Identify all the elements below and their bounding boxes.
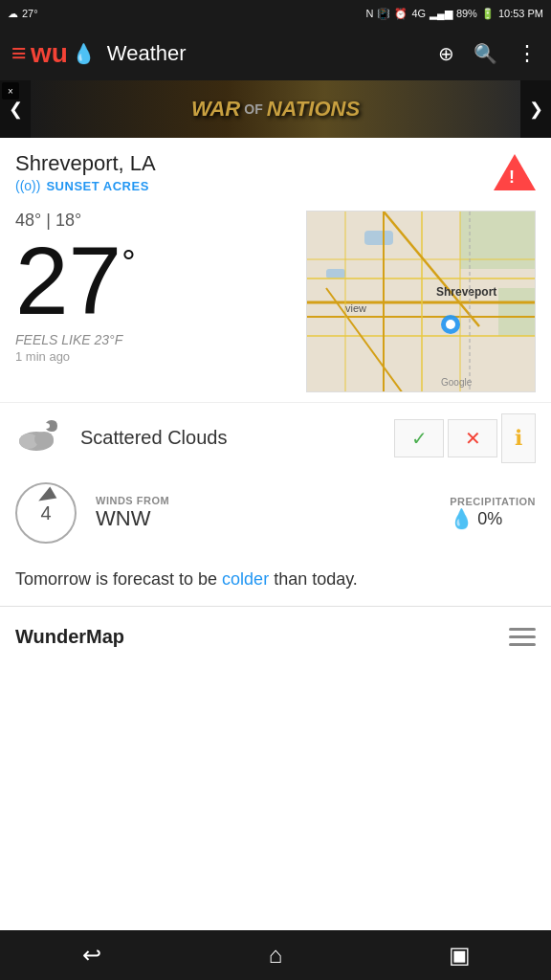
precip-percent: 0% (477, 509, 502, 529)
back-icon: ↩ (82, 942, 101, 969)
location-section: Shreveport, LA ((o)) SUNSET ACRES (0, 138, 551, 201)
wind-precip-row: 4 WINDS FROM WNW PRECIPITATION 💧 0% (0, 473, 551, 553)
svg-point-24 (34, 432, 54, 447)
condition-text: Scattered Clouds (80, 427, 381, 449)
condition-confirm-button[interactable]: ✓ (394, 419, 444, 457)
search-icon[interactable]: 🔍 (474, 42, 497, 65)
signal-bars: ▂▄▆ (430, 8, 452, 20)
pws-signal-icon: ((o)) (15, 178, 40, 193)
wind-label: WINDS FROM (96, 495, 430, 506)
feels-like: FEELS LIKE 23°F (15, 332, 297, 347)
recents-button[interactable]: ▣ (430, 930, 488, 980)
info-icon: ℹ (515, 426, 522, 451)
current-temperature: 27 (15, 233, 121, 328)
svg-rect-4 (326, 269, 345, 278)
weather-left: 48° | 18° 27 ° FEELS LIKE 23°F 1 min ago (15, 211, 297, 364)
home-button[interactable]: ⌂ (247, 930, 304, 980)
forecast-text-end: than today. (269, 569, 358, 589)
svg-text:view: view (345, 302, 366, 314)
ad-text-war: WAR (191, 97, 240, 122)
hamburger-menu-icon[interactable] (509, 628, 536, 646)
svg-text:Google: Google (441, 377, 473, 388)
alarm-icon: ⏰ (394, 8, 408, 20)
status-bar: ☁ 27° N 📳 ⏰ 4G ▂▄▆ 89% 🔋 10:53 PM (0, 0, 551, 27)
updated-time: 1 min ago (15, 349, 297, 364)
weather-alert-button[interactable] (494, 151, 536, 193)
ad-text-of: OF (244, 101, 262, 117)
status-temp: 27° (22, 8, 38, 19)
forecast-text-start: Tomorrow is forecast to be (15, 569, 222, 589)
status-left: ☁ 27° (8, 8, 38, 20)
status-right: N 📳 ⏰ 4G ▂▄▆ 89% 🔋 10:53 PM (365, 8, 543, 20)
location-info: Shreveport, LA ((o)) SUNSET ACRES (15, 151, 156, 193)
ad-content: WAR OF NATIONS (31, 80, 520, 138)
app-title: Weather (107, 41, 427, 66)
app-bar: ≡ wu 💧 Weather ⊕ 🔍 ⋮ (0, 27, 551, 80)
wind-arrow-icon (35, 486, 57, 506)
chevron-right-icon: ❯ (529, 99, 543, 120)
close-icon: × (8, 86, 13, 97)
feels-like-value: 23°F (94, 332, 122, 347)
condition-actions: ✓ ✕ ℹ (394, 413, 536, 463)
scattered-clouds-icon (15, 412, 67, 455)
condition-deny-button[interactable]: ✕ (448, 419, 497, 457)
wu-drop-icon: 💧 (72, 42, 96, 65)
wundermap-section[interactable]: WunderMap (0, 611, 551, 663)
more-options-icon[interactable]: ⋮ (517, 41, 540, 66)
ad-close-button[interactable]: × (2, 82, 19, 100)
forecast-message: Tomorrow is forecast to be colder than t… (0, 553, 551, 602)
alert-triangle-icon (494, 154, 536, 190)
bottom-nav: ↩ ⌂ ▣ (0, 930, 551, 980)
condition-info-button[interactable]: ℹ (501, 413, 536, 463)
check-icon: ✓ (411, 427, 428, 450)
wu-logo-wu: wu (31, 38, 68, 69)
battery-pct: 89% (456, 8, 477, 19)
ad-next-button[interactable]: ❯ (520, 80, 551, 138)
wind-direction: WNW (96, 506, 430, 531)
feels-like-label: FEELS LIKE (15, 332, 91, 347)
map-svg: Shreveport view Google (307, 212, 536, 392)
svg-text:Shreveport: Shreveport (436, 285, 496, 299)
app-bar-icons: ⊕ 🔍 ⋮ (438, 41, 540, 66)
temp-display: 27 ° (15, 233, 297, 328)
svg-point-19 (446, 320, 455, 329)
nfc-icon: N (365, 8, 373, 19)
recents-icon: ▣ (449, 942, 471, 969)
location-city: Shreveport, LA (15, 151, 156, 176)
wu-logo-container: ≡ wu 💧 (11, 38, 96, 69)
location-pws[interactable]: ((o)) SUNSET ACRES (15, 178, 156, 193)
home-icon: ⌂ (269, 942, 283, 969)
chevron-left-icon: ❮ (9, 99, 23, 120)
condition-row: Scattered Clouds ✓ ✕ ℹ (0, 402, 551, 473)
location-target-icon[interactable]: ⊕ (438, 42, 454, 65)
hamburger-line-1 (509, 628, 536, 631)
wundermap-title: WunderMap (15, 626, 124, 648)
hamburger-line-2 (509, 635, 536, 638)
degree-symbol: ° (121, 246, 135, 280)
status-time: 10:53 PM (498, 8, 543, 19)
weather-icon-status: ☁ (8, 8, 18, 20)
svg-rect-3 (364, 231, 393, 245)
cross-icon: ✕ (465, 427, 481, 450)
battery-icon: 🔋 (481, 8, 495, 20)
precip-label: PRECIPITATION (450, 496, 536, 507)
condition-icon (15, 412, 67, 463)
weather-map[interactable]: Shreveport view Google (306, 211, 536, 392)
hamburger-line-3 (509, 643, 536, 646)
back-button[interactable]: ↩ (63, 930, 121, 980)
wu-logo-w: ≡ (11, 38, 27, 69)
signal-icon: 4G (411, 8, 426, 19)
ad-banner: × ❮ WAR OF NATIONS ❯ (0, 80, 551, 138)
divider (0, 606, 551, 607)
precip-value: 💧 0% (450, 507, 536, 530)
forecast-colder: colder (222, 569, 269, 589)
weather-main: 48° | 18° 27 ° FEELS LIKE 23°F 1 min ago (0, 201, 551, 402)
ad-text-nations: NATIONS (267, 97, 360, 122)
svg-rect-1 (460, 212, 536, 269)
pws-name: SUNSET ACRES (46, 179, 148, 193)
vibrate-icon: 📳 (377, 8, 390, 20)
wind-info: WINDS FROM WNW (96, 495, 430, 531)
raindrop-icon: 💧 (450, 507, 474, 530)
svg-rect-2 (498, 288, 536, 336)
wind-compass: 4 (15, 482, 77, 544)
